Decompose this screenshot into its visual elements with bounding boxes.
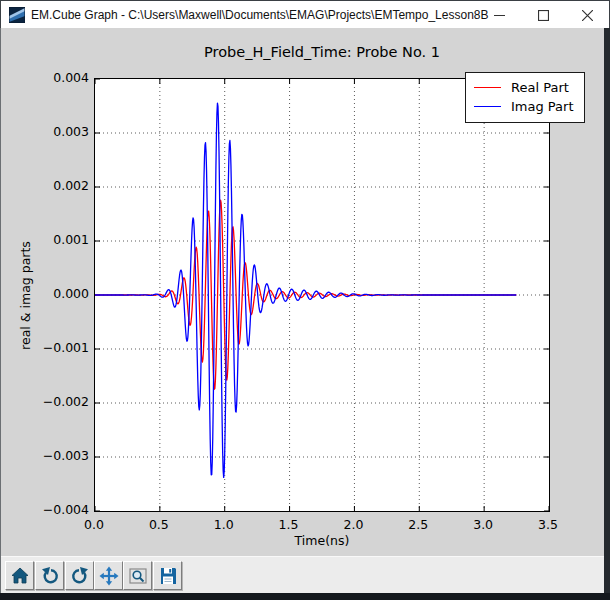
minimize-button[interactable] xyxy=(477,2,521,28)
y-tick-label: 0.004 xyxy=(37,70,89,85)
maximize-button[interactable] xyxy=(521,2,565,28)
app-window: EM.Cube Graph - C:\Users\Maxwell\Documen… xyxy=(0,0,610,600)
window-title: EM.Cube Graph - C:\Users\Maxwell\Documen… xyxy=(31,1,489,29)
window-edge-right xyxy=(604,28,610,600)
series-imag-part xyxy=(95,103,516,477)
minimize-icon xyxy=(494,10,505,21)
legend-label: Real Part xyxy=(511,80,569,95)
app-icon xyxy=(9,7,25,23)
y-axis-label: real & imag parts xyxy=(18,196,33,396)
zoom-button[interactable] xyxy=(123,561,152,590)
window-edge-bottom xyxy=(0,593,610,600)
y-tick-label: −0.003 xyxy=(37,448,89,463)
x-tick-label: 0.0 xyxy=(72,517,116,532)
legend-entry: Real Part xyxy=(474,78,574,97)
close-icon xyxy=(582,10,593,21)
save-floppy-icon xyxy=(158,566,178,586)
maximize-icon xyxy=(538,10,549,21)
close-button[interactable] xyxy=(565,2,609,28)
legend-line-sample xyxy=(474,106,501,107)
back-button[interactable] xyxy=(35,561,64,590)
y-tick-label: −0.001 xyxy=(37,340,89,355)
home-button[interactable] xyxy=(5,561,34,590)
pan-arrows-icon xyxy=(99,566,119,586)
x-tick-label: 1.0 xyxy=(202,517,246,532)
legend-line-sample xyxy=(474,87,501,88)
x-tick-label: 0.5 xyxy=(137,517,181,532)
forward-button[interactable] xyxy=(65,561,94,590)
plot-area[interactable] xyxy=(94,78,550,512)
x-tick-label: 3.5 xyxy=(526,517,570,532)
y-tick-label: 0.002 xyxy=(37,178,89,193)
y-tick-label: −0.002 xyxy=(37,394,89,409)
figure-canvas: Probe_H_Field_Time: Probe No. 1 0.00.51.… xyxy=(1,28,604,556)
save-button[interactable] xyxy=(153,561,182,590)
x-axis-label: Time(ns) xyxy=(94,533,550,548)
window-edge-left xyxy=(0,28,1,593)
legend-label: Imag Part xyxy=(511,99,574,114)
forward-arrow-icon xyxy=(70,566,90,586)
y-tick-label: 0.003 xyxy=(37,124,89,139)
home-icon xyxy=(10,566,30,586)
back-arrow-icon xyxy=(40,566,60,586)
legend: Real PartImag Part xyxy=(465,72,585,123)
plot-title: Probe_H_Field_Time: Probe No. 1 xyxy=(94,44,550,60)
x-tick-label: 2.5 xyxy=(396,517,440,532)
x-tick-label: 3.0 xyxy=(461,517,505,532)
zoom-to-rect-icon xyxy=(128,566,148,586)
titlebar[interactable]: EM.Cube Graph - C:\Users\Maxwell\Documen… xyxy=(0,0,610,28)
y-tick-label: 0.000 xyxy=(37,286,89,301)
y-tick-label: −0.004 xyxy=(37,502,89,517)
pan-button[interactable] xyxy=(94,561,123,590)
plot-svg xyxy=(95,79,549,511)
y-tick-label: 0.001 xyxy=(37,232,89,247)
legend-entry: Imag Part xyxy=(474,97,574,116)
x-tick-label: 2.0 xyxy=(331,517,375,532)
plot-toolbar xyxy=(1,556,604,593)
x-tick-label: 1.5 xyxy=(267,517,311,532)
